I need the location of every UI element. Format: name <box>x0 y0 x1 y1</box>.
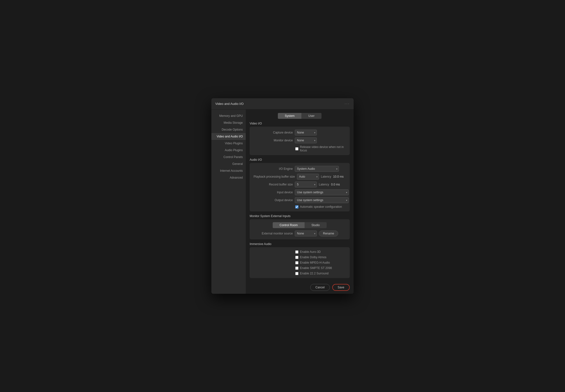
sidebar-item-media-storage[interactable]: Media Storage <box>211 119 246 126</box>
monitor-external-box: Control Room Studio External monitor sou… <box>250 219 350 239</box>
audio-io-section: Audio I/O I/O Engine System Audio Playba <box>246 158 354 214</box>
output-device-select-wrapper: Use system settings <box>295 197 349 203</box>
monitor-device-row: Monitor device None <box>253 138 346 143</box>
mpeg-h-checkbox[interactable] <box>295 261 298 264</box>
mpeg-h-row: Enable MPEG-H Audio <box>253 261 346 264</box>
sidebar-item-internet-accounts[interactable]: Internet Accounts <box>211 167 246 174</box>
output-device-row: Output device Use system settings <box>253 197 346 203</box>
record-buffer-select[interactable]: 5 <box>295 182 317 187</box>
record-buffer-row: Record buffer size 5 Latency 0.0 ms <box>253 182 346 187</box>
record-select-wrapper: 5 <box>295 182 317 187</box>
sidebar-item-video-audio-io[interactable]: Video and Audio I/O <box>211 133 246 140</box>
monitor-external-section: Monitor System External Inputs Control R… <box>246 214 354 242</box>
input-device-select[interactable]: Use system settings <box>295 189 349 195</box>
sidebar-item-control-panels[interactable]: Control Panels <box>211 154 246 160</box>
sidebar-item-audio-plugins[interactable]: Audio Plugins <box>211 147 246 154</box>
sidebar-item-decode-options[interactable]: Decode Options <box>211 126 246 133</box>
settings-window: Video and Audio I/O ··· Memory and GPU M… <box>211 98 354 294</box>
surround-row: Enable 22.2 Surround <box>253 272 346 275</box>
input-device-label: Input device <box>253 191 293 194</box>
output-device-select[interactable]: Use system settings <box>295 197 349 203</box>
dolby-atmos-checkbox[interactable] <box>295 256 298 259</box>
immersive-audio-section: Immersive Audio Enable Auro-3D Enable Do… <box>246 242 354 281</box>
playback-buffer-select[interactable]: Auto <box>297 174 319 180</box>
capture-device-select[interactable]: None <box>295 130 317 136</box>
record-latency-value: 0.0 ms <box>331 183 340 186</box>
sidebar-item-advanced[interactable]: Advanced <box>211 174 246 181</box>
monitor-device-label: Monitor device <box>253 139 293 142</box>
rename-button[interactable]: Rename <box>319 231 338 237</box>
io-engine-select-wrapper: System Audio <box>295 166 339 172</box>
input-device-row: Input device Use system settings <box>253 189 346 195</box>
tab-user[interactable]: User <box>301 113 321 119</box>
auto-speaker-checkbox[interactable] <box>295 205 298 209</box>
footer: Cancel Save <box>246 281 354 294</box>
auro3d-row: Enable Auro-3D <box>253 250 346 253</box>
main-layout: Memory and GPU Media Storage Decode Opti… <box>211 110 354 294</box>
system-user-tabs: System User <box>246 110 354 122</box>
audio-io-box: I/O Engine System Audio Playback process… <box>250 163 350 211</box>
smpte-row: Enable SMPTE ST 2098 <box>253 266 346 270</box>
capture-device-label: Capture device <box>253 131 293 134</box>
playback-buffer-label: Playback processing buffer size <box>253 175 295 178</box>
input-device-select-wrapper: Use system settings <box>295 189 349 195</box>
audio-io-title: Audio I/O <box>250 158 350 161</box>
record-buffer-label: Record buffer size <box>253 183 293 186</box>
io-engine-row: I/O Engine System Audio <box>253 166 346 172</box>
monitor-external-title: Monitor System External Inputs <box>250 214 350 218</box>
output-device-label: Output device <box>253 198 293 202</box>
auto-speaker-label: Automatic speaker configuration <box>300 205 342 209</box>
ext-monitor-select[interactable]: None <box>295 231 317 237</box>
surround-label: Enable 22.2 Surround <box>300 272 329 275</box>
video-io-box: Capture device None Monitor device None <box>250 127 350 155</box>
dolby-atmos-row: Enable Dolby Atmos <box>253 255 346 259</box>
sidebar-item-memory-gpu[interactable]: Memory and GPU <box>211 112 246 119</box>
surround-checkbox[interactable] <box>295 272 298 275</box>
tab-system[interactable]: System <box>278 113 301 119</box>
capture-device-row: Capture device None <box>253 130 346 136</box>
tab-control-room[interactable]: Control Room <box>273 222 305 228</box>
monitor-tabs: Control Room Studio <box>253 222 346 228</box>
record-latency-label: Latency <box>319 183 329 186</box>
ext-monitor-label: External monitor source <box>253 232 293 235</box>
ext-monitor-row: External monitor source None Rename <box>253 231 346 237</box>
release-label: Release video device when not in focus <box>300 145 346 152</box>
dolby-atmos-label: Enable Dolby Atmos <box>300 255 327 259</box>
playback-latency-value: 10.0 ms <box>333 175 344 178</box>
sidebar: Memory and GPU Media Storage Decode Opti… <box>211 110 246 294</box>
content-area: System User Video I/O Capture device Non… <box>246 110 354 294</box>
save-button[interactable]: Save <box>332 284 350 291</box>
sidebar-item-general[interactable]: General <box>211 160 246 167</box>
immersive-audio-box: Enable Auro-3D Enable Dolby Atmos Enable… <box>250 247 350 278</box>
release-checkbox[interactable] <box>295 147 298 150</box>
immersive-audio-title: Immersive Audio <box>250 242 350 246</box>
playback-latency-label: Latency <box>321 175 331 178</box>
title-bar: Video and Audio I/O ··· <box>211 98 354 110</box>
monitor-device-select-wrapper: None <box>295 138 317 143</box>
playback-select-wrapper: Auto <box>297 174 319 180</box>
auto-speaker-row: Automatic speaker configuration <box>253 205 346 209</box>
smpte-checkbox[interactable] <box>295 266 298 270</box>
window-menu-dots[interactable]: ··· <box>344 101 350 106</box>
window-title: Video and Audio I/O <box>215 102 243 106</box>
tab-studio[interactable]: Studio <box>305 222 327 228</box>
smpte-label: Enable SMPTE ST 2098 <box>300 266 332 270</box>
capture-device-select-wrapper: None <box>295 130 317 136</box>
auro3d-checkbox[interactable] <box>295 250 298 253</box>
ext-monitor-select-wrapper: None <box>295 231 317 237</box>
release-checkbox-row: Release video device when not in focus <box>253 145 346 152</box>
auro3d-label: Enable Auro-3D <box>300 250 321 253</box>
io-engine-label: I/O Engine <box>253 167 293 170</box>
cancel-button[interactable]: Cancel <box>310 284 329 291</box>
playback-buffer-row: Playback processing buffer size Auto Lat… <box>253 174 346 180</box>
mpeg-h-label: Enable MPEG-H Audio <box>300 261 330 264</box>
io-engine-select[interactable]: System Audio <box>295 166 339 172</box>
video-io-title: Video I/O <box>250 122 350 125</box>
monitor-device-select[interactable]: None <box>295 138 317 143</box>
video-io-section: Video I/O Capture device None Monitor de <box>246 122 354 158</box>
sidebar-item-video-plugins[interactable]: Video Plugins <box>211 140 246 147</box>
